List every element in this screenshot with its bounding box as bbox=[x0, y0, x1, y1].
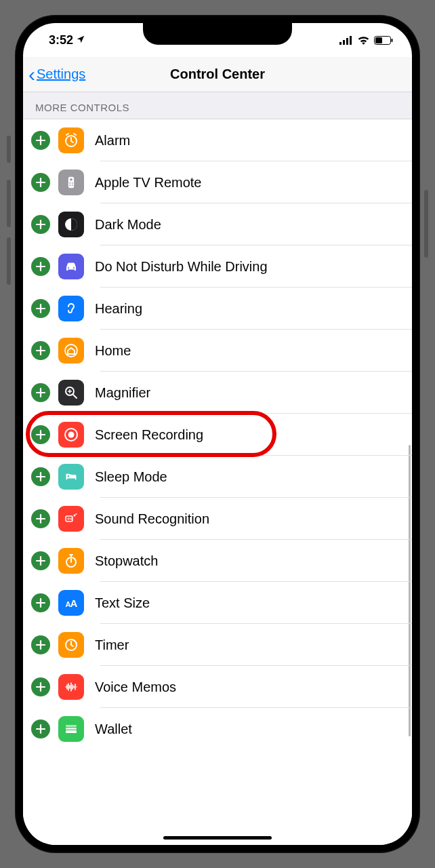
svg-rect-6 bbox=[392, 39, 393, 42]
svg-rect-28 bbox=[66, 728, 77, 730]
car-icon bbox=[58, 254, 84, 279]
list-item[interactable]: Dark Mode bbox=[23, 203, 412, 245]
back-label: Settings bbox=[37, 66, 85, 82]
record-icon bbox=[58, 422, 84, 448]
svg-rect-29 bbox=[66, 730, 77, 733]
textsize-icon: AA bbox=[58, 590, 84, 616]
add-button[interactable] bbox=[31, 593, 50, 612]
list-item[interactable]: Apple TV Remote bbox=[23, 161, 412, 203]
section-header-more-controls: MORE CONTROLS bbox=[23, 92, 412, 119]
row-label: Do Not Disturb While Driving bbox=[95, 259, 268, 275]
svg-rect-10 bbox=[70, 182, 71, 184]
add-button[interactable] bbox=[31, 341, 50, 360]
list-item[interactable]: Sleep Mode bbox=[23, 456, 412, 498]
voicememo-icon bbox=[58, 674, 84, 700]
row-label: Hearing bbox=[95, 301, 142, 317]
svg-rect-11 bbox=[72, 182, 73, 184]
add-button[interactable] bbox=[31, 635, 50, 654]
row-label: Apple TV Remote bbox=[95, 175, 202, 191]
add-button[interactable] bbox=[31, 173, 50, 192]
add-button[interactable] bbox=[31, 257, 50, 276]
row-label: Stopwatch bbox=[95, 553, 158, 569]
home-indicator[interactable] bbox=[163, 836, 272, 840]
cellular-signal-icon bbox=[339, 36, 353, 45]
bed-icon bbox=[58, 464, 84, 490]
timer-icon bbox=[58, 632, 84, 658]
add-button[interactable] bbox=[31, 719, 50, 738]
back-button[interactable]: ‹ Settings bbox=[23, 64, 85, 85]
row-label: Wallet bbox=[95, 722, 132, 737]
navigation-bar: ‹ Settings Control Center bbox=[23, 57, 412, 92]
svg-rect-0 bbox=[339, 42, 341, 45]
svg-rect-27 bbox=[66, 725, 77, 727]
list-item[interactable]: Do Not Disturb While Driving bbox=[23, 245, 412, 288]
list-item[interactable]: Wallet bbox=[23, 708, 412, 750]
svg-point-15 bbox=[68, 267, 69, 269]
chevron-left-icon: ‹ bbox=[28, 64, 35, 85]
list-item[interactable]: Alarm bbox=[23, 119, 412, 161]
row-label: Text Size bbox=[95, 595, 150, 611]
list-item[interactable]: Voice Memos bbox=[23, 666, 412, 708]
svg-rect-5 bbox=[375, 37, 382, 43]
row-label: Home bbox=[95, 343, 131, 359]
controls-list[interactable]: AlarmApple TV RemoteDark ModeDo Not Dist… bbox=[23, 119, 412, 845]
svg-rect-3 bbox=[350, 36, 352, 45]
darkmode-icon bbox=[58, 212, 84, 237]
add-button[interactable] bbox=[31, 677, 50, 696]
home-icon bbox=[58, 338, 84, 363]
wifi-icon bbox=[357, 35, 370, 45]
list-item[interactable]: Hearing bbox=[23, 288, 412, 330]
sound-icon bbox=[58, 506, 84, 532]
stopwatch-icon bbox=[58, 548, 84, 574]
battery-icon bbox=[374, 36, 393, 45]
list-item[interactable]: Magnifier bbox=[23, 372, 412, 414]
row-label: Timer bbox=[95, 637, 129, 653]
row-label: Dark Mode bbox=[95, 217, 161, 233]
list-item[interactable]: Home bbox=[23, 330, 412, 372]
svg-point-21 bbox=[68, 475, 70, 477]
svg-rect-2 bbox=[346, 38, 348, 45]
svg-point-24 bbox=[76, 513, 77, 515]
svg-rect-13 bbox=[72, 184, 73, 186]
remote-icon bbox=[58, 170, 84, 195]
list-item[interactable]: Stopwatch bbox=[23, 540, 412, 582]
add-button[interactable] bbox=[31, 299, 50, 318]
svg-point-20 bbox=[68, 432, 75, 438]
device-notch bbox=[143, 22, 292, 45]
wallet-icon bbox=[58, 716, 84, 742]
svg-rect-12 bbox=[70, 184, 71, 186]
svg-point-23 bbox=[74, 515, 76, 517]
row-label: Magnifier bbox=[95, 385, 150, 401]
row-label: Sound Recognition bbox=[95, 511, 209, 527]
add-button[interactable] bbox=[31, 467, 50, 486]
list-item[interactable]: Screen Recording bbox=[23, 414, 412, 456]
add-button[interactable] bbox=[31, 551, 50, 570]
row-label: Alarm bbox=[95, 133, 130, 149]
list-item[interactable]: Sound Recognition bbox=[23, 498, 412, 540]
status-time: 3:52 bbox=[49, 33, 73, 47]
svg-point-17 bbox=[65, 344, 77, 357]
list-item[interactable]: AAText Size bbox=[23, 582, 412, 624]
svg-point-9 bbox=[70, 178, 72, 181]
location-arrow-icon bbox=[76, 33, 85, 47]
list-item[interactable]: Timer bbox=[23, 624, 412, 666]
ear-icon bbox=[58, 296, 84, 321]
row-label: Voice Memos bbox=[95, 679, 176, 695]
row-label: Screen Recording bbox=[95, 427, 203, 443]
add-button[interactable] bbox=[31, 509, 50, 528]
add-button[interactable] bbox=[31, 131, 50, 150]
magnifier-icon bbox=[58, 380, 84, 406]
row-label: Sleep Mode bbox=[95, 469, 167, 485]
svg-point-16 bbox=[73, 267, 75, 269]
add-button[interactable] bbox=[31, 383, 50, 402]
add-button[interactable] bbox=[31, 215, 50, 234]
alarm-icon bbox=[58, 127, 84, 153]
add-button[interactable] bbox=[31, 425, 50, 444]
svg-rect-1 bbox=[343, 40, 345, 45]
